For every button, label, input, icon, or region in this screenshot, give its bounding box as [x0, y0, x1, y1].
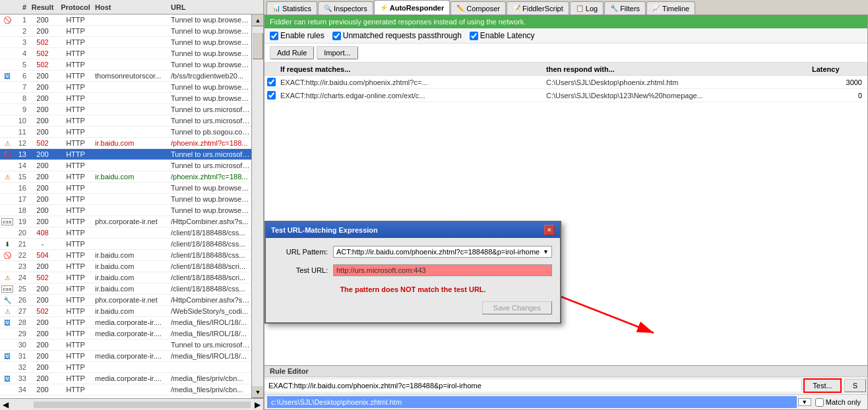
table-row[interactable]: 🚫 1 200 HTTP Tunnel to wup.browser.qq.co… — [0, 15, 251, 26]
enable-rules-checkbox[interactable]: Enable rules — [270, 31, 325, 40]
rule-checkbox[interactable] — [267, 91, 276, 100]
table-row[interactable]: ⬇ 21 - HTTP /client/18/188488/css... — [0, 239, 251, 250]
row-protocol: HTTP — [57, 139, 94, 147]
rule-checkbox-cell[interactable] — [267, 78, 280, 86]
row-protocol: HTTP — [57, 330, 94, 337]
unmatched-checkbox[interactable]: Unmatched requests passthrough — [332, 31, 462, 40]
table-row[interactable]: css 19 200 HTTP phx.corporate-ir.net /Ht… — [0, 216, 251, 227]
table-row[interactable]: 🚫 13 200 HTTP Tunnel to urs.microsoft.co… — [0, 149, 251, 160]
save-changes-button[interactable]: Save Changes — [482, 301, 552, 314]
table-row[interactable]: 5 502 HTTP Tunnel to wup.browser.qq.com:… — [0, 59, 251, 71]
row-result: 200 — [28, 341, 57, 349]
match-only-checkbox[interactable]: Match only — [811, 398, 865, 407]
test-btn[interactable]: Test... — [803, 378, 841, 393]
row-protocol: HTTP — [57, 240, 94, 248]
table-row[interactable]: 3 502 HTTP Tunnel to wup.browser.qq.com:… — [0, 37, 251, 48]
import-button[interactable]: Import... — [317, 46, 357, 59]
dialog-close-button[interactable]: ✕ — [544, 225, 555, 235]
table-row[interactable]: 14 200 HTTP Tunnel to urs.microsoft.com:… — [0, 160, 251, 171]
tab-log[interactable]: 📋 Log — [570, 1, 604, 15]
rule-row[interactable]: EXACT:http://ir.baidu.com/phoenix.zhtml?… — [264, 76, 867, 89]
scroll-track[interactable] — [252, 26, 263, 386]
tab-timeline[interactable]: 📈 Timeline — [646, 1, 695, 15]
row-result: 200 — [28, 72, 57, 80]
table-row[interactable]: 7 200 HTTP Tunnel to wup.browser.qq.com:… — [0, 82, 251, 93]
tab-statistics[interactable]: 📊 Statistics — [266, 1, 317, 15]
row-result: 200 — [28, 374, 57, 382]
table-row[interactable]: 11 200 HTTP Tunnel to pb.sogou.com:443 — [0, 127, 251, 138]
row-result: 200 — [28, 94, 57, 102]
table-row[interactable]: 2 200 HTTP Tunnel to wup.browser.qq.com:… — [0, 26, 251, 37]
row-num: 31 — [15, 352, 28, 360]
table-row[interactable]: 🖼 33 200 HTTP media.corporate-ir.... /me… — [0, 373, 251, 384]
tab-inspectors[interactable]: 🔍 Inspectors — [318, 1, 373, 15]
enable-latency-check[interactable] — [470, 32, 478, 40]
table-row[interactable]: 8 200 HTTP Tunnel to wup.browser.qq.com:… — [0, 93, 251, 104]
row-icon: 🚫 — [0, 252, 15, 259]
scroll-down-btn[interactable]: ▼ — [252, 386, 263, 398]
url-pattern-dropdown[interactable]: ACT:http://ir.baidu.com/phoenix.zhtml?c=… — [333, 246, 552, 258]
table-row[interactable]: ⚠ 27 502 HTTP ir.baidu.com /WebSideStory… — [0, 306, 251, 317]
table-row[interactable]: css 25 200 HTTP ir.baidu.com /client/18/… — [0, 283, 251, 295]
rule-checkbox[interactable] — [267, 78, 276, 86]
test-url-input[interactable] — [333, 264, 552, 276]
table-row[interactable]: 30 200 HTTP Tunnel to urs.microsoft.com:… — [0, 339, 251, 351]
unmatched-check[interactable] — [332, 32, 341, 40]
editor-input1[interactable] — [264, 380, 802, 392]
toolbar-bar: Add Rule Import... — [264, 44, 867, 63]
table-row[interactable]: ⚠ 24 502 HTTP ir.baidu.com /client/18/18… — [0, 272, 251, 283]
table-row[interactable]: 🔧 26 200 HTTP phx.corporate-ir.net /Http… — [0, 295, 251, 306]
row-num: 24 — [15, 274, 28, 281]
tab-autoresponder[interactable]: ⚡ AutoResponder — [374, 0, 450, 15]
scroll-thumb[interactable] — [253, 33, 263, 59]
table-row[interactable]: 16 200 HTTP Tunnel to wup.browser.qq.com… — [0, 183, 251, 194]
rule-row[interactable]: EXACT:http://charts.edgar-online.com/ext… — [264, 89, 867, 102]
url-pattern-field: URL Pattern: ACT:http://ir.baidu.com/pho… — [274, 246, 552, 258]
add-rule-button[interactable]: Add Rule — [270, 46, 314, 59]
statistics-tab-icon: 📊 — [272, 5, 280, 12]
tab-log-label: Log — [586, 5, 598, 13]
table-row[interactable]: ⚠ 15 200 HTTP ir.baidu.com /phoenix.zhtm… — [0, 171, 251, 183]
table-row[interactable]: 4 502 HTTP Tunnel to wup.browser.qq.com:… — [0, 48, 251, 59]
table-row[interactable]: 34 200 HTTP /media_files/priv/cbn... — [0, 384, 251, 395]
tab-composer[interactable]: ✏️ Composer — [450, 1, 506, 15]
h-scrollbar-track[interactable] — [34, 401, 251, 408]
table-row[interactable]: 23 200 HTTP ir.baidu.com /client/18/1884… — [0, 261, 251, 272]
match-only-check[interactable] — [815, 398, 824, 407]
table-row[interactable]: 18 200 HTTP Tunnel to wup.browser.qq.com… — [0, 205, 251, 216]
save-btn[interactable]: S — [844, 379, 866, 392]
dropdown-btn[interactable]: ▼ — [798, 398, 811, 406]
enable-rules-check[interactable] — [270, 32, 278, 40]
rule-checkbox-cell[interactable] — [267, 91, 280, 100]
row-num: 17 — [15, 195, 28, 203]
inspectors-tab-icon: 🔍 — [324, 5, 332, 12]
session-scrollbar[interactable]: ▲ ▼ — [251, 15, 263, 398]
row-num: 13 — [15, 150, 28, 158]
table-row[interactable]: ⚠ 12 502 HTTP ir.baidu.com /phoenix.zhtm… — [0, 138, 251, 149]
table-row[interactable]: 🚫 22 504 HTTP ir.baidu.com /client/18/18… — [0, 250, 251, 261]
table-row[interactable]: 🖼 31 200 HTTP media.corporate-ir.... /me… — [0, 351, 251, 362]
filters-tab-icon: 🔧 — [610, 5, 618, 12]
scroll-up-btn[interactable]: ▲ — [252, 15, 263, 26]
scroll-left-btn[interactable]: ◀ — [0, 400, 32, 409]
editor-input2[interactable] — [267, 396, 797, 408]
table-row[interactable]: 🖼 28 200 HTTP media.corporate-ir.... /me… — [0, 317, 251, 328]
tab-fiddlerscript-label: FiddlerScript — [522, 5, 563, 13]
table-row[interactable]: 🖼 6 200 HTTP thomsonreutorscor... /b/ss/… — [0, 71, 251, 82]
row-url: /media_files/IROL/18/... — [170, 352, 251, 360]
session-list-panel: # Result Protocol Host URL 🚫 1 200 HTTP … — [0, 0, 264, 410]
log-tab-icon: 📋 — [576, 5, 584, 12]
enable-latency-checkbox[interactable]: Enable Latency — [470, 31, 535, 40]
tab-fiddlerscript[interactable]: 📝 FiddlerScript — [507, 1, 569, 15]
table-row[interactable]: 9 200 HTTP Tunnel to urs.microsoft.com:4… — [0, 104, 251, 115]
table-row[interactable]: 10 200 HTTP Tunnel to urs.microsoft.com:… — [0, 115, 251, 127]
row-num: 8 — [15, 94, 28, 102]
table-row[interactable]: 29 200 HTTP media.corporate-ir.... /medi… — [0, 328, 251, 339]
scroll-right-btn[interactable]: ▶ — [252, 400, 263, 409]
table-row[interactable]: 17 200 HTTP Tunnel to wup.browser.qq.com… — [0, 194, 251, 205]
row-protocol: HTTP — [57, 150, 94, 158]
row-num: 23 — [15, 262, 28, 270]
tab-filters[interactable]: 🔧 Filters — [604, 1, 646, 15]
table-row[interactable]: 32 200 HTTP — [0, 362, 251, 373]
table-row[interactable]: 20 408 HTTP /client/18/188488/css... — [0, 227, 251, 239]
